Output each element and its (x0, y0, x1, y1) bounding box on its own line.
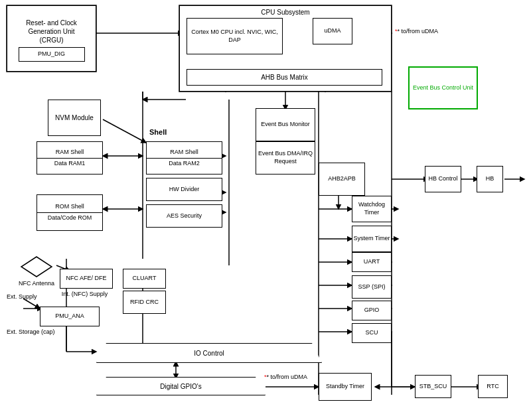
udma-label-top: ** to/from uDMA (395, 28, 438, 35)
udma-block: uDMA (313, 18, 352, 44)
standby-timer-block: Standby Timer (319, 373, 372, 401)
cluart-block: CLUART (123, 269, 166, 289)
rfid-crc-block: RFID CRC (123, 291, 166, 314)
ram-shell-2-top: RAM Shell (147, 147, 222, 159)
cortex-block: Cortex M0 CPU incl. NVIC, WIC, DAP (187, 18, 283, 54)
ahb-bus-label: AHB Bus Matrix (261, 73, 308, 82)
pmu-ana-block: PMU_ANA (40, 307, 100, 326)
event-bus-dma-block: Event Bus DMA/IRQ Request (256, 141, 315, 175)
pmu-dig-block: PMU_DIG (19, 47, 85, 62)
hb-control-block: HB Control (425, 166, 461, 192)
pmu-dig-label: PMU_DIG (38, 50, 65, 58)
hb-control-label: HB Control (428, 175, 457, 183)
cluart-label: CLUART (133, 275, 157, 283)
io-control-block: IO Control (96, 343, 322, 363)
watchdog-label: Watchdog Timer (352, 201, 391, 216)
nvm-block: NVM Module (48, 100, 101, 136)
ssp-block: SSP (SPI) (352, 275, 392, 299)
ram-shell-1-block: RAM Shell Data RAM1 (37, 141, 103, 175)
scu-label: SCU (365, 329, 378, 337)
ram-shell-1-top: RAM Shell (37, 147, 102, 159)
watchdog-block: Watchdog Timer (352, 196, 392, 222)
digital-gpio-label: Digital GPIO's (160, 382, 201, 391)
rom-shell-bot: Data/Code ROM (37, 213, 102, 224)
rtc-block: RTC (478, 375, 508, 398)
io-control-label: IO Control (194, 349, 224, 358)
ahb-bus-block: AHB Bus Matrix (187, 69, 382, 86)
ssp-label: SSP (SPI) (358, 283, 386, 291)
hb-block: HB (477, 166, 503, 192)
diagram: Reset- and Clock Generation Unit (CRGU) … (0, 0, 531, 420)
system-timer-label: System Timer (353, 235, 390, 243)
nfc-antenna-label: NFC Antenna (13, 280, 60, 287)
stb-scu-block: STB_SCU (415, 375, 451, 398)
gpio-label: GPIO (364, 307, 380, 315)
pmu-ana-label: PMU_ANA (55, 313, 84, 320)
udma-label: uDMA (324, 27, 341, 35)
hw-divider-label: HW Divider (169, 186, 200, 194)
aes-block: AES Security (146, 204, 222, 228)
nvm-label: NVM Module (55, 113, 94, 122)
ahb2apb-block: AHB2APB (319, 163, 365, 196)
rtc-label: RTC (487, 383, 498, 391)
gpio-block: GPIO (352, 301, 392, 320)
nfc-antenna-icon (20, 255, 53, 279)
hw-divider-block: HW Divider (146, 178, 222, 201)
udma-label-bottom: ** to/from uDMA (264, 374, 307, 380)
hb-label: HB (486, 175, 494, 183)
cortex-label: Cortex M0 CPU incl. NVIC, WIC, DAP (187, 29, 282, 44)
rom-shell-block: ROM Shell Data/Code ROM (37, 194, 103, 231)
ext-supply-label: Ext. Supply (7, 293, 37, 300)
system-timer-block: System Timer (352, 226, 392, 252)
stb-scu-label: STB_SCU (419, 383, 447, 391)
cpu-subsystem-block: CPU Subsystem Cortex M0 CPU incl. NVIC, … (179, 5, 392, 92)
cpu-subsystem-label: CPU Subsystem (261, 8, 309, 17)
ram-shell-2-block: RAM Shell Data RAM2 (146, 141, 222, 175)
standby-timer-label: Standby Timer (326, 383, 364, 391)
int-supply-label: Int. (NFC) Supply (60, 291, 110, 297)
nfc-afe-block: NFC AFE/ DFE (60, 269, 113, 289)
svg-line-11 (103, 119, 146, 143)
shell-label: Shell (149, 128, 167, 136)
crgu-block: Reset- and Clock Generation Unit (CRGU) … (7, 5, 96, 72)
nfc-antenna-area: NFC Antenna (13, 255, 60, 287)
aes-label: AES Security (167, 212, 202, 220)
rom-shell-top: ROM Shell (37, 202, 102, 213)
digital-gpio-block: Digital GPIO's (96, 377, 266, 395)
scu-block: SCU (352, 323, 392, 343)
ahb2apb-label: AHB2APB (328, 175, 356, 183)
uart-block: UART (352, 252, 392, 272)
uart-label: UART (364, 258, 380, 266)
event-bus-control-block: Event Bus Control Unit (408, 66, 478, 109)
event-bus-monitor-block: Event Bus Monitor (256, 108, 315, 141)
rfid-crc-label: RFID CRC (130, 299, 159, 307)
ram-shell-1-bot: Data RAM1 (37, 159, 102, 169)
crgu-label: Reset- and Clock Generation Unit (CRGU) (23, 16, 80, 47)
event-bus-monitor-label: Event Bus Monitor (261, 121, 310, 129)
event-bus-dma-label: Event Bus DMA/IRQ Request (256, 150, 315, 165)
nfc-afe-label: NFC AFE/ DFE (66, 275, 106, 283)
ram-shell-2-bot: Data RAM2 (147, 159, 222, 169)
svg-marker-52 (21, 257, 52, 277)
ext-storage-label: Ext. Storage (cap) (7, 328, 55, 335)
event-bus-control-label: Event Bus Control Unit (413, 84, 473, 92)
